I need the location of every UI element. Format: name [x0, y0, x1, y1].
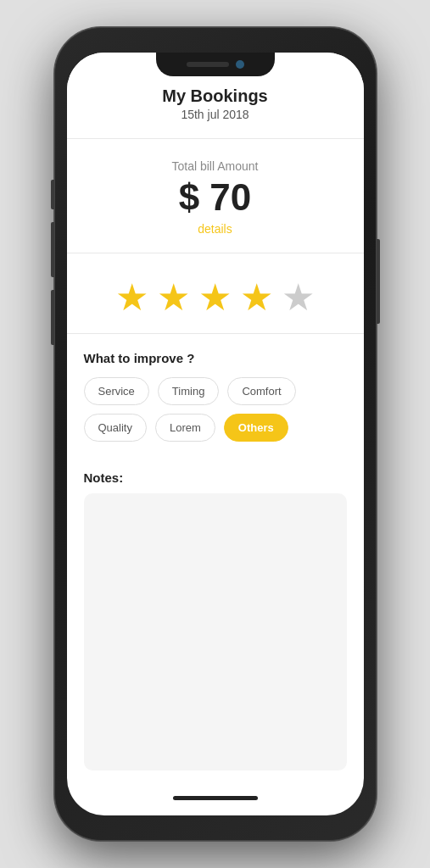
home-indicator: [173, 796, 258, 800]
bill-amount: $ 70: [84, 176, 347, 219]
speaker-icon: [187, 62, 229, 67]
power-button: [377, 239, 380, 324]
tag-comfort[interactable]: Comfort: [227, 377, 295, 405]
bill-label: Total bill Amount: [84, 159, 347, 173]
screen-content: My Bookings 15th jul 2018 Total bill Amo…: [67, 53, 364, 815]
tag-lorem[interactable]: Lorem: [155, 414, 215, 442]
star-5[interactable]: ★: [282, 279, 315, 316]
star-1[interactable]: ★: [115, 279, 148, 316]
star-3[interactable]: ★: [198, 279, 232, 316]
improve-title: What to improve ?: [84, 351, 347, 365]
tag-service[interactable]: Service: [84, 377, 149, 405]
notch: [156, 53, 275, 76]
notes-section: Notes:: [67, 459, 364, 787]
bottom-home-area: [67, 787, 364, 815]
booking-date: 15th jul 2018: [84, 108, 347, 121]
volume-mute-button: [51, 180, 54, 209]
phone-outer: My Bookings 15th jul 2018 Total bill Amo…: [54, 27, 377, 841]
notes-input[interactable]: [84, 493, 347, 771]
camera-icon: [236, 60, 244, 69]
tags-row-1: Service Timing Comfort: [84, 377, 347, 405]
star-2[interactable]: ★: [157, 279, 190, 316]
star-4[interactable]: ★: [240, 279, 273, 316]
rating-section: ★ ★ ★ ★ ★: [67, 253, 364, 334]
tag-quality[interactable]: Quality: [84, 414, 147, 442]
tags-row-2: Quality Lorem Others: [84, 414, 347, 442]
phone-screen: My Bookings 15th jul 2018 Total bill Amo…: [67, 53, 364, 815]
notes-label: Notes:: [84, 470, 347, 485]
details-link[interactable]: details: [84, 222, 347, 236]
volume-down-button: [51, 290, 54, 345]
tag-others[interactable]: Others: [224, 414, 288, 442]
tag-timing[interactable]: Timing: [158, 377, 220, 405]
volume-up-button: [51, 222, 54, 277]
improve-section: What to improve ? Service Timing Comfort…: [67, 334, 364, 459]
phone-frame: My Bookings 15th jul 2018 Total bill Amo…: [0, 0, 430, 868]
bill-section: Total bill Amount $ 70 details: [67, 139, 364, 253]
page-title: My Bookings: [84, 86, 347, 106]
